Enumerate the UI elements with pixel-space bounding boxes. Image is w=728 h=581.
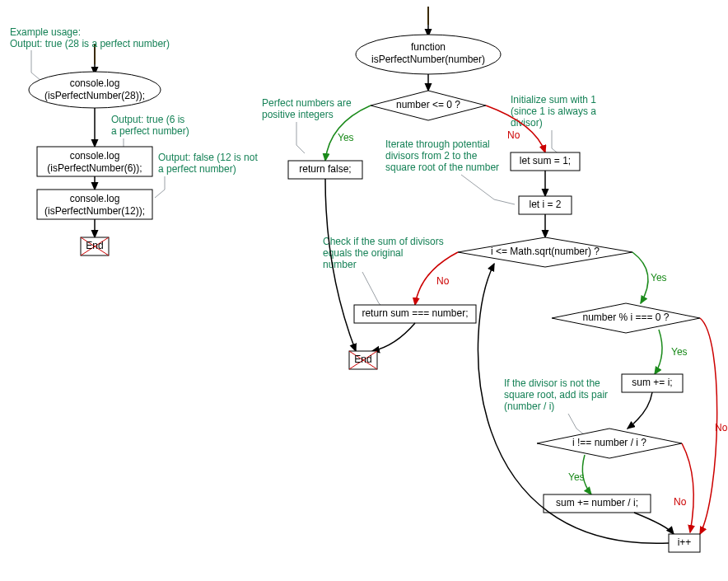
svg-text:isPerfectNumber(number): isPerfectNumber(number) bbox=[371, 54, 485, 65]
node-sum-plus-pair: sum += number / i; bbox=[544, 494, 651, 513]
comment-iterate-l3: square root of the number bbox=[385, 162, 499, 173]
terminator-end-left: End bbox=[81, 237, 109, 255]
svg-text:(isPerfectNumber(12));: (isPerfectNumber(12)); bbox=[44, 205, 145, 217]
decision-neq: i !== number / i ? bbox=[537, 429, 682, 458]
svg-text:i++: i++ bbox=[678, 536, 692, 548]
label-yes-neq: Yes bbox=[568, 471, 585, 483]
svg-text:number <= 0 ?: number <= 0 ? bbox=[396, 99, 460, 110]
node-let-sum: let sum = 1; bbox=[511, 152, 580, 171]
svg-text:sum += i;: sum += i; bbox=[632, 377, 672, 388]
svg-text:End: End bbox=[86, 240, 103, 251]
comment-check-l3: number bbox=[323, 259, 357, 270]
node-let-i: let i = 2 bbox=[519, 196, 572, 214]
svg-text:return false;: return false; bbox=[299, 163, 351, 175]
comment-example-usage: Example usage: bbox=[10, 26, 81, 38]
flowchart-diagram: Example usage: Output: true (28 is a per… bbox=[0, 0, 728, 581]
svg-text:(isPerfectNumber(28));: (isPerfectNumber(28)); bbox=[44, 90, 145, 101]
decision-mod: number % i === 0 ? bbox=[552, 303, 700, 333]
comment-output-6-l2: a perfect number) bbox=[111, 125, 189, 137]
svg-text:End: End bbox=[354, 354, 371, 365]
label-no-1: No bbox=[507, 129, 520, 141]
comment-check-l1: Check if the sum of divisors bbox=[323, 236, 444, 247]
node-i-plus-plus: i++ bbox=[669, 534, 700, 552]
comment-output-12-l1: Output: false (12 is not bbox=[158, 152, 258, 163]
node-sum-plus-i: sum += i; bbox=[622, 374, 683, 392]
svg-text:(isPerfectNumber(6));: (isPerfectNumber(6)); bbox=[47, 162, 142, 174]
node-log-12: console.log (isPerfectNumber(12)); bbox=[37, 190, 152, 219]
label-yes-1: Yes bbox=[338, 132, 354, 143]
comment-pair-l2: square root, add its pair bbox=[504, 389, 608, 401]
label-no-loop: No bbox=[436, 275, 450, 287]
comment-output-28: Output: true (28 is a perfect number) bbox=[10, 38, 170, 49]
comment-positive-l2: positive integers bbox=[262, 109, 334, 120]
svg-text:let sum = 1;: let sum = 1; bbox=[520, 155, 571, 166]
svg-text:i !== number / i ?: i !== number / i ? bbox=[572, 437, 646, 448]
node-log-6: console.log (isPerfectNumber(6)); bbox=[37, 147, 152, 176]
node-return-eq: return sum === number; bbox=[354, 305, 476, 323]
comment-positive-l1: Perfect numbers are bbox=[262, 97, 352, 109]
label-yes-loop: Yes bbox=[651, 272, 667, 283]
comment-output-12-l2: a perfect number) bbox=[158, 163, 236, 175]
svg-text:i <= Math.sqrt(number) ?: i <= Math.sqrt(number) ? bbox=[491, 246, 600, 257]
comment-iterate-l2: divisors from 2 to the bbox=[385, 150, 478, 162]
decision-loop-cond: i <= Math.sqrt(number) ? bbox=[458, 237, 632, 267]
comment-init-l2: (since 1 is always a bbox=[511, 105, 596, 117]
decision-le-zero: number <= 0 ? bbox=[371, 91, 486, 120]
comment-init-l1: Initialize sum with 1 bbox=[511, 94, 596, 105]
svg-text:console.log: console.log bbox=[70, 193, 120, 204]
svg-text:console.log: console.log bbox=[70, 77, 120, 89]
label-no-mod: No bbox=[715, 422, 728, 433]
comment-check-l2: equals the original bbox=[323, 247, 403, 259]
svg-text:console.log: console.log bbox=[70, 150, 120, 162]
node-log-28: console.log (isPerfectNumber(28)); bbox=[29, 72, 161, 108]
svg-text:number % i === 0 ?: number % i === 0 ? bbox=[582, 312, 669, 323]
terminator-end-right: End bbox=[349, 351, 377, 369]
label-yes-mod: Yes bbox=[671, 346, 688, 358]
svg-text:let i = 2: let i = 2 bbox=[529, 199, 561, 210]
node-return-false: return false; bbox=[288, 161, 362, 179]
comment-pair-l1: If the divisor is not the bbox=[504, 377, 600, 389]
node-function-def: function isPerfectNumber(number) bbox=[356, 35, 501, 74]
svg-text:function: function bbox=[411, 41, 446, 53]
svg-text:sum += number / i;: sum += number / i; bbox=[556, 497, 638, 508]
comment-output-6-l1: Output: true (6 is bbox=[111, 114, 184, 125]
comment-iterate-l1: Iterate through potential bbox=[385, 138, 490, 150]
comment-pair-l3: (number / i) bbox=[504, 401, 554, 412]
label-no-neq: No bbox=[674, 496, 687, 508]
svg-text:return sum === number;: return sum === number; bbox=[362, 307, 468, 319]
